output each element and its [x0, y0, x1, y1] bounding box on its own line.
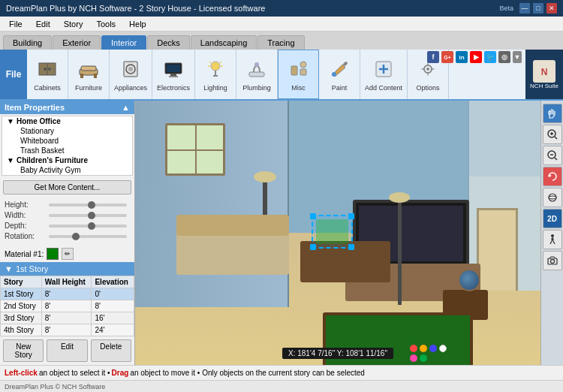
menu-file[interactable]: File	[3, 18, 29, 30]
rotation-label: Rotation:	[5, 232, 46, 240]
dropdown-icon[interactable]: ▼	[513, 51, 522, 63]
ribbon-paint[interactable]: Paint	[319, 50, 360, 99]
selected-object[interactable]	[312, 215, 353, 249]
story-row-4[interactable]: 4th Story 8' 24'	[1, 324, 134, 336]
menu-help[interactable]: Help	[123, 18, 152, 30]
title-bar: DreamPlan Plus by NCH Software - 2 Story…	[0, 0, 563, 17]
tab-decks[interactable]: Decks	[147, 35, 190, 50]
story-row-1[interactable]: 1st Story 8' 0'	[1, 288, 134, 300]
tree-item-baby-gym[interactable]: Baby Activity Gym	[5, 165, 132, 175]
status-text-2: an object to move it • Only objects on t…	[130, 369, 365, 377]
2d-view-btn[interactable]: 2D	[543, 209, 562, 228]
svg-rect-5	[81, 66, 96, 71]
paint-icon	[327, 57, 351, 81]
menu-edit[interactable]: Edit	[30, 18, 56, 30]
ball-6	[420, 354, 427, 362]
ribbon-misc[interactable]: Misc	[278, 50, 319, 99]
tab-landscaping[interactable]: Landscaping	[191, 35, 257, 50]
width-slider[interactable]	[49, 214, 127, 217]
nch-suite-label: NCH Suite	[530, 83, 558, 89]
tree-item-trash-basket[interactable]: Trash Basket	[5, 146, 132, 155]
tab-tracing[interactable]: Tracing	[257, 35, 304, 50]
material-edit-btn[interactable]: ✏	[62, 248, 74, 260]
item-list[interactable]: ▼ Home Office Stationary Whiteboard Tras…	[2, 116, 133, 176]
tab-building[interactable]: Building	[3, 35, 52, 50]
sofa[interactable]	[176, 230, 289, 275]
new-story-btn[interactable]: New Story	[3, 339, 44, 362]
story-elev-1: 0'	[92, 288, 134, 300]
story-row-3[interactable]: 3rd Story 8' 16'	[1, 312, 134, 324]
svg-point-26	[300, 62, 306, 68]
zoom-out-btn[interactable]	[543, 146, 562, 165]
get-more-content-btn[interactable]: Get More Content...	[3, 180, 131, 194]
tree-group-home-office-header[interactable]: ▼ Home Office	[5, 116, 132, 126]
svg-rect-14	[169, 76, 178, 77]
zoom-in-btn[interactable]	[543, 125, 562, 144]
material-label: Material #1:	[5, 250, 44, 258]
delete-story-btn[interactable]: Delete	[91, 339, 131, 362]
story-row-2[interactable]: 2nd Story 8' 8'	[1, 300, 134, 312]
ribbon-add-content[interactable]: Add Content	[360, 50, 408, 99]
ribbon-plumbing[interactable]: Plumbing	[236, 50, 278, 99]
svg-rect-7	[94, 74, 97, 78]
electronics-icon	[161, 57, 185, 81]
google-plus-icon[interactable]: G+	[441, 51, 453, 63]
story-elev-2: 8'	[92, 300, 134, 312]
menu-tools[interactable]: Tools	[90, 18, 122, 30]
collapse-btn[interactable]: ▲	[122, 103, 130, 112]
tree-item-stationary[interactable]: Stationary	[5, 126, 132, 136]
tab-exterior[interactable]: Exterior	[53, 35, 101, 50]
height-slider[interactable]	[49, 204, 127, 207]
maximize-btn[interactable]: □	[533, 3, 543, 14]
menu-story[interactable]: Story	[58, 18, 89, 30]
camera-btn[interactable]	[543, 251, 562, 270]
orbit-btn[interactable]	[543, 188, 562, 207]
ribbon-furniture[interactable]: Furniture	[68, 50, 110, 99]
left-click-label: Left-click	[5, 369, 38, 377]
window-controls[interactable]: — □ ✕	[519, 3, 557, 14]
walk-btn[interactable]	[543, 230, 562, 249]
ribbon-cabinets[interactable]: Cabinets	[27, 50, 68, 99]
reset-icon	[546, 170, 558, 182]
coords-overlay: X: 181'4 7/16" Y: 108'1 11/16"	[282, 348, 393, 359]
edit-story-btn[interactable]: Edit	[47, 339, 87, 362]
svg-point-45	[549, 196, 556, 199]
story-panel: ▼ 1st Story Story Wall Height Elevation …	[0, 262, 134, 365]
linkedin-icon[interactable]: in	[456, 51, 468, 63]
material-color-swatch[interactable]	[47, 248, 59, 260]
ribbon-file-btn[interactable]: File	[0, 50, 27, 99]
expand-icon-2: ▼	[7, 156, 14, 164]
rotation-row: Rotation:	[5, 232, 130, 240]
facebook-icon[interactable]: f	[427, 51, 439, 63]
twitter-icon[interactable]: 🐦	[484, 51, 496, 63]
properties-section: Height: Width: Depth:	[0, 198, 134, 246]
viewport[interactable]: X: 181'4 7/16" Y: 108'1 11/16"	[135, 101, 540, 365]
rotation-slider[interactable]	[49, 235, 127, 238]
menu-bar: File Edit Story Tools Help	[0, 17, 563, 32]
story-header-label: 1st Story	[16, 264, 48, 273]
minimize-btn[interactable]: —	[519, 3, 530, 14]
youtube-icon[interactable]: ▶	[470, 51, 482, 63]
ribbon-electronics[interactable]: Electronics	[152, 50, 195, 99]
more-social-icon[interactable]: ◎	[498, 51, 510, 63]
story-wh-4: 8'	[41, 324, 92, 336]
reset-view-btn[interactable]	[543, 167, 562, 186]
tab-interior[interactable]: Interior	[101, 35, 146, 50]
nch-suite[interactable]: N NCH Suite	[525, 50, 563, 99]
options-label: Options	[417, 84, 440, 92]
hand-tool-btn[interactable]	[543, 104, 562, 123]
globe[interactable]	[458, 269, 480, 291]
ball-1	[410, 345, 417, 352]
tree-item-whiteboard[interactable]: Whiteboard	[5, 136, 132, 146]
handle-br	[348, 244, 354, 250]
tree-item-bead-maze[interactable]: Classic Bead Maze	[5, 175, 132, 176]
electronics-label: Electronics	[157, 84, 190, 92]
depth-slider[interactable]	[49, 225, 127, 228]
orbit-icon	[546, 191, 558, 204]
tree-group-childrens-furniture-header[interactable]: ▼ Children's Furniture	[5, 155, 132, 165]
ribbon-lighting[interactable]: Lighting	[195, 50, 236, 99]
ribbon-appliances[interactable]: Appliances	[110, 50, 152, 99]
zoom-in-icon	[546, 128, 558, 140]
close-btn[interactable]: ✕	[546, 3, 557, 14]
svg-point-15	[211, 62, 220, 71]
